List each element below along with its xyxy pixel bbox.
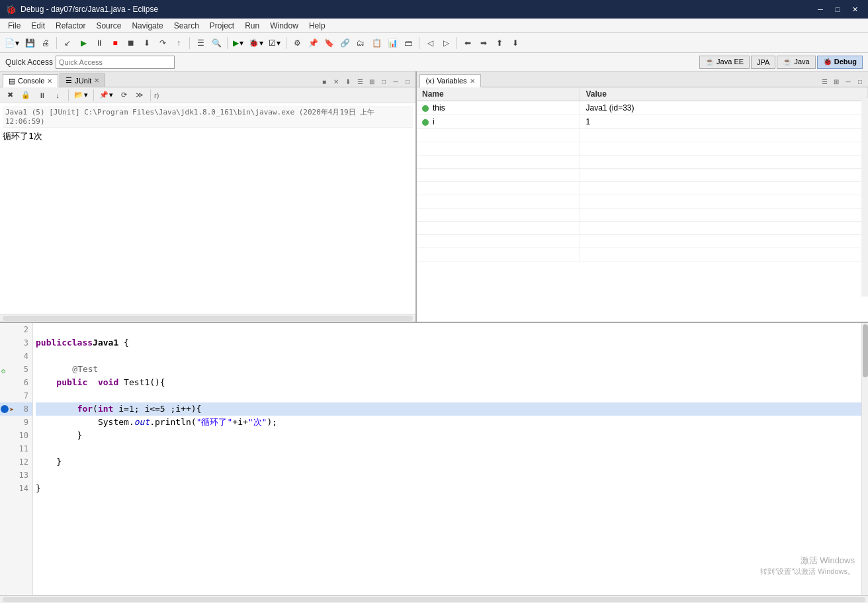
misc-btn2[interactable]: 📌 <box>306 36 320 50</box>
console-action-5[interactable]: ⊞ <box>367 76 377 87</box>
csep1 <box>68 89 69 101</box>
variable-empty-row-0 <box>417 129 868 142</box>
nav-back-button[interactable]: ◁ <box>423 36 437 50</box>
perspective-jpa[interactable]: JPA <box>751 56 775 69</box>
nav-btn4[interactable]: ⬇ <box>508 36 523 50</box>
linenum-3: 3 <box>0 336 32 349</box>
code-line-14: } <box>36 482 861 495</box>
console-hscrollbar[interactable] <box>0 314 415 322</box>
close-button[interactable]: ✕ <box>847 3 863 16</box>
menu-project[interactable]: Project <box>204 20 239 32</box>
variable-empty-row-9 <box>417 248 868 261</box>
variable-empty-row-5 <box>417 195 868 209</box>
console-btn3[interactable]: ⏸ <box>34 88 49 103</box>
editor-vscrollbar[interactable] <box>861 323 868 595</box>
nav-btn3[interactable]: ⬆ <box>492 36 507 50</box>
code-editor[interactable]: public class Java1 { @Test public void T… <box>33 323 861 595</box>
console-action-1[interactable]: ■ <box>319 76 329 87</box>
menu-search[interactable]: Search <box>169 20 204 32</box>
resume-button[interactable]: ▶ <box>76 36 91 50</box>
misc-btn1[interactable]: ⚙ <box>290 36 304 50</box>
stepover-button[interactable]: ↷ <box>155 36 170 50</box>
var-action-1[interactable]: ☰ <box>819 76 830 87</box>
var-maximize[interactable]: □ <box>855 76 865 87</box>
console-pin-dropdown[interactable]: 📌 ▾ <box>97 89 115 101</box>
new-icon: 📄 <box>5 38 15 48</box>
console-action-6[interactable]: □ <box>378 76 389 87</box>
variable-empty-row-6 <box>417 209 868 222</box>
var-dot-0 <box>422 105 429 112</box>
minimize-button[interactable]: ─ <box>812 3 828 16</box>
misc-btn7[interactable]: 📊 <box>385 36 400 50</box>
menu-help[interactable]: Help <box>304 20 331 32</box>
search-button[interactable]: 🔍 <box>209 36 224 50</box>
var-minimize[interactable]: ─ <box>843 76 853 87</box>
stop-button[interactable]: ■ <box>108 36 122 50</box>
suspend-button[interactable]: ⏸ <box>92 36 107 50</box>
separator-2 <box>189 37 190 49</box>
var-vscrollbar[interactable] <box>861 98 868 297</box>
var-action-2[interactable]: ⊞ <box>831 76 842 87</box>
junit-icon: ☰ <box>65 76 72 85</box>
misc-btn6[interactable]: 📋 <box>369 36 384 50</box>
menu-refactor[interactable]: Refactor <box>50 20 91 32</box>
disconnect-button[interactable]: ⏹ <box>124 36 138 50</box>
coverage-dropdown[interactable]: ☑ ▾ <box>267 37 282 49</box>
run-dropdown[interactable]: ▶ ▾ <box>231 37 245 49</box>
misc-btn5[interactable]: 🗂 <box>353 36 368 50</box>
console-action-2[interactable]: ✕ <box>331 76 341 87</box>
linenum-6: 6 <box>0 376 32 389</box>
menu-edit[interactable]: Edit <box>26 20 50 32</box>
save-button[interactable]: 💾 <box>22 36 37 50</box>
variable-empty-row-3 <box>417 169 868 182</box>
print-button[interactable]: 🖨 <box>38 36 53 50</box>
perspective-java[interactable]: ☕ Java <box>777 56 815 69</box>
console-btn2[interactable]: 🔒 <box>19 88 33 103</box>
console-clear[interactable]: ✖ <box>3 88 17 103</box>
stepreturn-button[interactable]: ↑ <box>171 36 186 50</box>
console-minimize[interactable]: ─ <box>390 76 401 87</box>
code-line-12: } <box>36 455 861 469</box>
editor-hscrollbar[interactable] <box>0 595 868 603</box>
misc-btn3[interactable]: 🔖 <box>322 36 336 50</box>
misc-btn4[interactable]: 🔗 <box>337 36 352 50</box>
coverage-icon: ☑ <box>269 38 276 48</box>
console-btn6[interactable]: ≫ <box>132 88 147 103</box>
new-dropdown[interactable]: 📄 ▾ <box>3 37 21 49</box>
console-btn5[interactable]: ⟳ <box>116 88 131 103</box>
console-action-4[interactable]: ☰ <box>355 76 365 87</box>
menu-file[interactable]: File <box>3 20 26 32</box>
maximize-button[interactable]: □ <box>830 3 846 16</box>
nav-btn1[interactable]: ⬅ <box>460 36 475 50</box>
variables-content: Name Value thisJava1 (id=33)i1 <box>417 87 868 322</box>
menu-source[interactable]: Source <box>91 20 126 32</box>
nav-btn2[interactable]: ➡ <box>476 36 491 50</box>
nav-fwd-button[interactable]: ▷ <box>439 36 453 50</box>
code-line-7 <box>36 389 861 402</box>
perspective-debug[interactable]: 🐞 Debug <box>817 56 863 69</box>
open-task-button[interactable]: ☰ <box>193 36 208 50</box>
menu-navigate[interactable]: Navigate <box>126 20 168 32</box>
quickaccess-input[interactable] <box>56 56 175 69</box>
linenum-4: 4 <box>0 349 32 363</box>
variables-close[interactable]: ✕ <box>470 77 475 85</box>
app-icon: 🐞 <box>5 4 17 15</box>
tab-junit[interactable]: ☰ JUnit ✕ <box>60 73 105 87</box>
console-maximize[interactable]: □ <box>402 76 413 87</box>
tab-variables[interactable]: ⟨x⟩ Variables ✕ <box>419 74 481 87</box>
console-btn4[interactable]: ↓ <box>50 88 65 103</box>
menu-window[interactable]: Window <box>265 20 304 32</box>
console-action-3[interactable]: ⬇ <box>343 76 353 87</box>
code-line-10: } <box>36 429 861 442</box>
perspective-javaee[interactable]: ☕ Java EE <box>699 56 750 69</box>
stepinto-button[interactable]: ⬇ <box>140 36 154 50</box>
console-open-dropdown[interactable]: 📂 ▾ <box>72 89 90 101</box>
junit-close[interactable]: ✕ <box>94 77 99 84</box>
misc-btn8[interactable]: 🗃 <box>401 36 415 50</box>
console-close[interactable]: ✕ <box>47 77 52 85</box>
debug-cursor-button[interactable]: ↙ <box>60 36 75 50</box>
debug-dropdown[interactable]: 🐞 ▾ <box>247 37 265 49</box>
variable-row-1: i1 <box>417 115 868 129</box>
menu-run[interactable]: Run <box>239 20 265 32</box>
tab-console[interactable]: ▤ Console ✕ <box>3 74 58 87</box>
